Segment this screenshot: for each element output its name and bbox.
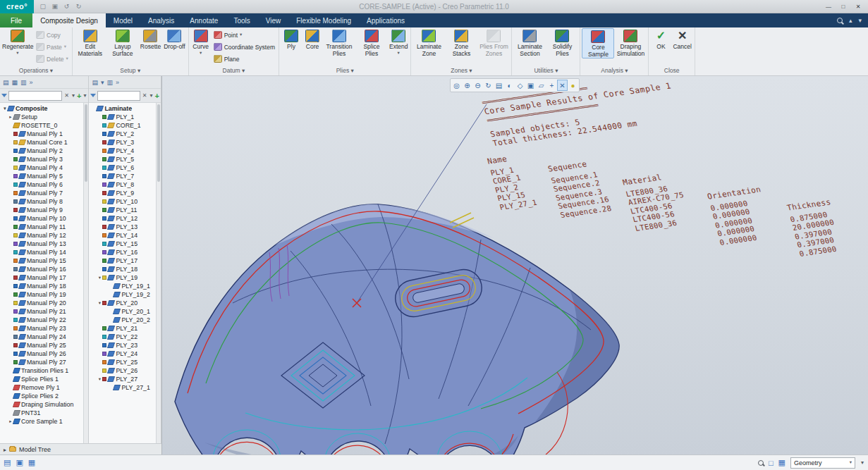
repaint-icon[interactable]: ↻ <box>483 80 494 91</box>
model-tree-scrollbar[interactable] <box>83 103 88 443</box>
tree-columns-icon[interactable]: ▥ <box>20 79 27 86</box>
tree-item-ply-21[interactable]: PLY_21 <box>90 324 161 333</box>
tree-item-core-sample-1[interactable]: ▸Core Sample 1 <box>1 417 88 426</box>
tree-item-ply-8[interactable]: PLY_8 <box>90 180 161 189</box>
chevron-down-icon[interactable]: ▾ <box>97 376 102 382</box>
close-button[interactable]: ✕ <box>852 2 864 11</box>
tree-item-ply-16[interactable]: PLY_16 <box>90 248 161 256</box>
tree-layers-icon[interactable]: ▦ <box>12 79 18 86</box>
annotation-display-icon[interactable]: ▱ <box>536 80 546 91</box>
tree-item-ply-25[interactable]: PLY_25 <box>90 358 161 366</box>
screen-capture-icon[interactable]: ▦ <box>28 458 35 467</box>
tree-item-remove-ply-1[interactable]: Remove Ply 1 <box>1 383 88 392</box>
add-filter-button[interactable]: + <box>155 92 159 100</box>
tree-item-splice-plies-2[interactable]: Splice Plies 2 <box>1 392 88 400</box>
tree-item-ply-12[interactable]: PLY_12 <box>90 214 161 223</box>
tree-item-ply-4[interactable]: PLY_4 <box>90 147 161 155</box>
tab-applications[interactable]: Applications <box>359 13 412 27</box>
tree-item-ply-22[interactable]: PLY_22 <box>90 333 161 341</box>
tree-sort-icon[interactable]: ▾ <box>101 79 104 86</box>
paste-button[interactable]: Paste▾ <box>34 41 71 53</box>
grid-snap-icon[interactable]: ▦ <box>778 458 786 467</box>
tree-item-ply-11[interactable]: PLY_11 <box>90 206 161 214</box>
spin-center-icon[interactable]: ✕ <box>557 80 568 91</box>
laminate-tree-filter-input[interactable] <box>97 91 140 101</box>
tree-item-ply-14[interactable]: PLY_14 <box>90 231 161 240</box>
redo-icon[interactable]: ↻ <box>74 3 83 10</box>
tree-item-splice-plies-1[interactable]: Splice Plies 1 <box>1 375 88 383</box>
collapse-ribbon-icon[interactable]: ▴ <box>849 17 852 24</box>
model-tree-filter-input[interactable] <box>8 91 62 101</box>
tree-item-ply-6[interactable]: PLY_6 <box>90 163 161 172</box>
saved-orientations-icon[interactable]: ▤ <box>494 80 504 91</box>
ok-button[interactable]: ✓OK <box>650 28 671 51</box>
filter-funnel-icon[interactable] <box>90 94 96 97</box>
tree-item-manual-ply-1[interactable]: Manual Ply 1 <box>1 130 88 138</box>
appearance-gallery-icon[interactable]: ● <box>568 80 578 91</box>
tree-item-ply-24[interactable]: PLY_24 <box>90 350 161 358</box>
tree-item-manual-ply-16[interactable]: Manual Ply 16 <box>1 265 88 273</box>
ribbon-group-label-operations[interactable]: Operations ▾ <box>1 66 71 75</box>
splice-plies-button[interactable]: Splice Plies <box>355 28 388 57</box>
tree-item-setup[interactable]: ▸Setup <box>1 113 88 121</box>
ply-button[interactable]: Ply <box>281 28 302 51</box>
undo-icon[interactable]: ↺ <box>62 3 71 10</box>
section-icon[interactable]: ▣ <box>525 80 536 91</box>
tree-item-pnt31[interactable]: PNT31 <box>1 409 88 417</box>
perspective-icon[interactable]: ◇ <box>515 80 525 91</box>
filter-clear-icon[interactable]: ✕ <box>142 92 148 99</box>
selection-filter-dropdown-icon[interactable]: ▾ <box>860 459 864 466</box>
ribbon-group-label-datum[interactable]: Datum ▾ <box>190 66 277 75</box>
datum-display-icon[interactable]: + <box>546 80 557 91</box>
tree-item-manual-ply-13[interactable]: Manual Ply 13 <box>1 240 88 248</box>
chevron-down-icon[interactable]: ▾ <box>97 300 102 306</box>
filter-clear-icon[interactable]: ✕ <box>63 92 70 99</box>
model-tree-footer[interactable]: Model Tree <box>0 443 161 454</box>
tree-item-manual-ply-2[interactable]: Manual Ply 2 <box>1 147 88 155</box>
tree-list-icon[interactable]: ▤ <box>92 79 98 86</box>
tree-item-ply-1[interactable]: PLY_1 <box>90 113 161 121</box>
tree-item-manual-ply-17[interactable]: Manual Ply 17 <box>1 273 88 282</box>
tree-item-ply-9[interactable]: PLY_9 <box>90 189 161 197</box>
scrollbar-thumb[interactable] <box>85 104 87 182</box>
plies-from-zones-button[interactable]: Plies From Zones <box>477 28 510 57</box>
minimize-button[interactable]: — <box>822 2 835 11</box>
tab-tools[interactable]: Tools <box>226 13 257 27</box>
cancel-button[interactable]: ✕Cancel <box>671 28 692 51</box>
tree-item-manual-ply-11[interactable]: Manual Ply 11 <box>1 223 88 231</box>
tree-item-transition-plies-1[interactable]: Transition Plies 1 <box>1 366 88 375</box>
core-sample-button[interactable]: Core Sample <box>582 28 614 58</box>
tree-item-manual-ply-22[interactable]: Manual Ply 22 <box>1 316 88 324</box>
tree-item-manual-ply-8[interactable]: Manual Ply 8 <box>1 197 88 206</box>
ribbon-group-label-setup[interactable]: Setup ▾ <box>74 66 187 75</box>
extend-button[interactable]: Extend▾ <box>388 28 409 55</box>
tree-item-draping-simulation[interactable]: Draping Simulation <box>1 400 88 409</box>
tree-columns-icon[interactable]: ▥ <box>107 79 114 86</box>
file-menu-button[interactable]: File <box>0 13 32 27</box>
tree-item-ply-27[interactable]: ▾PLY_27 <box>90 375 161 383</box>
rosette-button[interactable]: Rosette <box>139 28 162 51</box>
tree-item-ply-18[interactable]: PLY_18 <box>90 265 161 273</box>
tree-item-ply-20[interactable]: ▾PLY_20 <box>90 299 161 307</box>
tree-item-core-1[interactable]: CORE_1 <box>90 121 161 130</box>
ribbon-group-label-utilities[interactable]: Utilities ▾ <box>513 66 578 75</box>
tree-overflow-icon[interactable]: » <box>116 79 119 86</box>
tree-item-ply-26[interactable]: PLY_26 <box>90 366 161 375</box>
tree-item-manual-ply-4[interactable]: Manual Ply 4 <box>1 163 88 172</box>
chevron-down-icon[interactable]: ▾ <box>97 275 102 280</box>
tree-item-manual-ply-7[interactable]: Manual Ply 7 <box>1 189 88 197</box>
search-tools-icon[interactable] <box>758 460 764 466</box>
tree-item-manual-ply-27[interactable]: Manual Ply 27 <box>1 358 88 366</box>
tree-item-composite[interactable]: ▾Composite <box>1 104 88 113</box>
tree-item-manual-ply-10[interactable]: Manual Ply 10 <box>1 214 88 223</box>
tree-item-ply-20-2[interactable]: PLY_20_2 <box>90 316 161 324</box>
layup-surface-button[interactable]: Layup Surface <box>106 28 139 57</box>
ribbon-group-label-zones[interactable]: Zones ▾ <box>412 66 510 75</box>
plane-button[interactable]: Plane <box>212 53 277 65</box>
edit-materials-button[interactable]: Edit Materials <box>74 28 106 57</box>
tree-item-manual-core-1[interactable]: Manual Core 1 <box>1 138 88 147</box>
tree-item-ply-10[interactable]: PLY_10 <box>90 197 161 206</box>
tab-flexible-modeling[interactable]: Flexible Modeling <box>288 13 359 27</box>
delete-button[interactable]: Delete▾ <box>34 53 71 65</box>
filter-dropdown-icon[interactable]: ▾ <box>149 92 154 99</box>
